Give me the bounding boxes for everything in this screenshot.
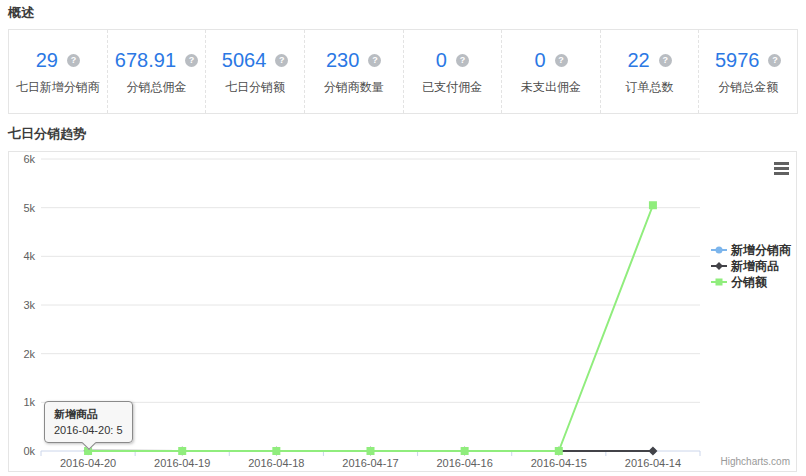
stat-value: 22: [627, 49, 649, 72]
stat-card-distributor-count: 230? 分销商数量: [305, 30, 404, 113]
stat-label: 订单总数: [626, 79, 674, 96]
stat-card-new-distributors: 29? 七日新增分销商: [9, 30, 108, 113]
stat-value: 0: [534, 49, 545, 72]
trend-title: 七日分销趋势: [8, 126, 798, 142]
help-icon[interactable]: ?: [456, 54, 469, 67]
stat-label: 七日分销额: [225, 79, 285, 96]
dashboard-page: 概述 29? 七日新增分销商 678.91? 分销总佣金 5064? 七日分销额…: [0, 0, 806, 476]
stat-value: 29: [36, 49, 58, 72]
chart-export-menu-icon[interactable]: [774, 162, 789, 175]
stat-value: 678.91: [115, 49, 176, 72]
stat-card-order-total: 22? 订单总数: [601, 30, 700, 113]
legend-item-sales[interactable]: 分销额: [711, 274, 791, 290]
legend-label: 分销额: [731, 274, 767, 291]
y-axis-tick-label: 2k: [11, 348, 35, 360]
stat-label: 分销总金额: [718, 79, 778, 96]
stat-card-paid-commission: 0? 已支付佣金: [404, 30, 503, 113]
stat-label: 已支付佣金: [422, 79, 482, 96]
stat-label: 分销商数量: [324, 79, 384, 96]
stat-value: 5064: [222, 49, 267, 72]
stat-value: 5976: [715, 49, 760, 72]
trend-chart: 0k1k2k3k4k5k6k2016-04-202016-04-192016-0…: [8, 151, 797, 472]
chart-tooltip: 新增商品 2016-04-20: 5: [44, 401, 133, 443]
x-axis-tick-label: 2016-04-16: [437, 457, 493, 469]
legend-marker-diamond-icon: [711, 260, 727, 272]
help-icon[interactable]: ?: [768, 54, 781, 67]
tooltip-value: 2016-04-20: 5: [54, 424, 123, 436]
stat-label: 未支出佣金: [521, 79, 581, 96]
stats-panel: 29? 七日新增分销商 678.91? 分销总佣金 5064? 七日分销额 23…: [8, 29, 798, 114]
x-axis-tick-label: 2016-04-18: [248, 457, 304, 469]
x-axis-tick-label: 2016-04-17: [342, 457, 398, 469]
help-icon[interactable]: ?: [659, 54, 672, 67]
help-icon[interactable]: ?: [555, 54, 568, 67]
help-icon[interactable]: ?: [185, 54, 198, 67]
overview-title: 概述: [8, 5, 798, 21]
x-axis-tick-label: 2016-04-15: [531, 457, 587, 469]
stat-card-total-amount: 5976? 分销总金额: [699, 30, 797, 113]
x-axis-tick-label: 2016-04-19: [154, 457, 210, 469]
legend-label: 新增分销商: [731, 242, 791, 259]
help-icon[interactable]: ?: [67, 54, 80, 67]
legend-item-new-distributors[interactable]: 新增分销商: [711, 242, 791, 258]
stat-label: 七日新增分销商: [16, 79, 100, 96]
help-icon[interactable]: ?: [275, 54, 288, 67]
stat-label: 分销总佣金: [126, 79, 186, 96]
highcharts-credit[interactable]: Highcharts.com: [721, 456, 790, 467]
stat-value: 230: [326, 49, 359, 72]
stat-value: 0: [436, 49, 447, 72]
y-axis-tick-label: 1k: [11, 396, 35, 408]
stat-card-week-sales: 5064? 七日分销额: [206, 30, 305, 113]
stat-card-unpaid-commission: 0? 未支出佣金: [502, 30, 601, 113]
help-icon[interactable]: ?: [368, 54, 381, 67]
legend-label: 新增商品: [731, 258, 779, 275]
legend-marker-square-icon: [711, 276, 727, 288]
x-axis-tick-label: 2016-04-20: [60, 457, 116, 469]
legend-marker-circle-icon: [711, 244, 727, 256]
legend-item-new-products[interactable]: 新增商品: [711, 258, 791, 274]
y-axis-tick-label: 0k: [11, 445, 35, 457]
stat-card-total-commission: 678.91? 分销总佣金: [108, 30, 207, 113]
y-axis-tick-label: 5k: [11, 202, 35, 214]
tooltip-series-name: 新增商品: [54, 407, 123, 422]
x-axis-tick-label: 2016-04-14: [625, 457, 681, 469]
y-axis-tick-label: 6k: [11, 153, 35, 165]
y-axis-tick-label: 3k: [11, 299, 35, 311]
y-axis-tick-label: 4k: [11, 250, 35, 262]
chart-legend: 新增分销商 新增商品 分销额: [711, 242, 791, 290]
